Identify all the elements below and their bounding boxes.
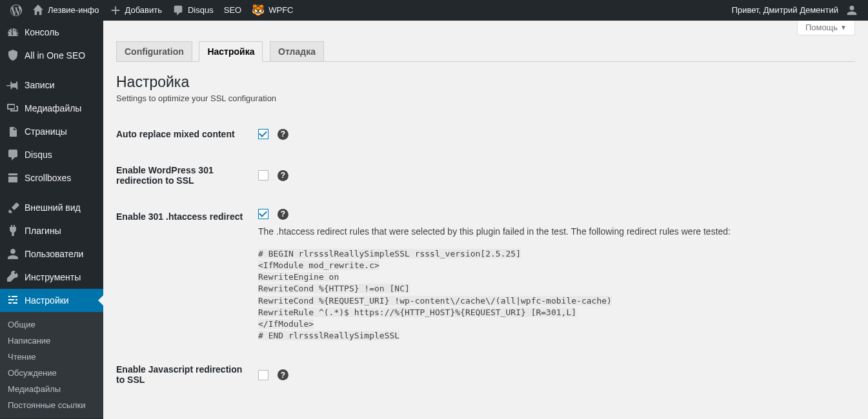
sidebar-item-disqus[interactable]: Disqus <box>0 143 103 166</box>
sidebar-item-aioseo[interactable]: All in One SEO <box>0 44 103 67</box>
sliders-icon <box>6 294 19 307</box>
comment-icon <box>6 148 19 161</box>
sidebar-item-settings[interactable]: Настройки <box>0 289 103 312</box>
box-icon <box>6 171 19 184</box>
sidebar-item-dashboard[interactable]: Консоль <box>0 21 103 44</box>
wordpress-icon <box>10 5 22 16</box>
seo-label: SEO <box>224 0 241 21</box>
seo-link[interactable]: SEO <box>219 0 247 21</box>
tab-settings[interactable]: Настройка <box>199 41 263 62</box>
auto-replace-checkbox[interactable] <box>258 129 268 139</box>
site-name-label: Лезвие-инфо <box>48 0 99 21</box>
disqus-label: Disqus <box>188 0 214 21</box>
setting-label: Enable 301 .htaccess redirect <box>116 199 252 351</box>
sidebar-item-pages[interactable]: Страницы <box>0 120 103 143</box>
submenu-permalinks[interactable]: Постоянные ссылки <box>0 397 103 413</box>
comment-icon <box>172 5 184 16</box>
wpfc-label: WPFC <box>268 0 293 21</box>
htaccess-error-text: The .htaccess redirect rules that were s… <box>258 226 849 237</box>
user-avatar-icon <box>846 5 858 16</box>
plug-icon <box>6 224 19 237</box>
setting-label: Auto replace mixed content <box>116 116 252 152</box>
shield-icon <box>6 49 19 62</box>
sidebar-item-label: Записи <box>25 80 54 90</box>
plus-icon <box>110 5 121 16</box>
site-link[interactable]: Лезвие-инфо <box>27 0 105 21</box>
add-new-label: Добавить <box>125 0 162 21</box>
sidebar-item-label: Страницы <box>25 126 67 137</box>
nav-tabs: Configuration Настройка Отладка <box>116 35 855 62</box>
help-icon[interactable]: ? <box>278 209 288 220</box>
help-label: Помощь <box>805 23 838 32</box>
sidebar-item-label: Медиафайлы <box>25 103 81 113</box>
htaccess-code-block: # BEGIN rlrssslReallySimpleSSL rsssl_ver… <box>258 248 849 342</box>
page-title: Настройка <box>116 73 855 91</box>
wpfc-icon: 🐯 <box>252 0 265 21</box>
wp-logo[interactable] <box>5 0 27 21</box>
htaccess-redirect-checkbox[interactable] <box>258 209 268 219</box>
page-icon <box>6 125 19 138</box>
sidebar-item-label: Пользователи <box>25 249 83 259</box>
setting-label: Enable Javascript redirection to SSL <box>116 351 252 398</box>
sidebar-item-posts[interactable]: Записи <box>0 73 103 97</box>
sidebar-item-appearance[interactable]: Внешний вид <box>0 196 103 219</box>
dashboard-icon <box>6 26 19 39</box>
settings-submenu: Общие Написание Чтение Обсуждение Медиаф… <box>0 312 103 418</box>
pin-icon <box>6 79 19 92</box>
content-area: Помощь ▼ Configuration Настройка Отладка… <box>103 21 868 419</box>
disqus-link[interactable]: Disqus <box>167 0 219 21</box>
sidebar-item-label: All in One SEO <box>25 50 85 61</box>
home-icon <box>32 5 44 16</box>
page-subtitle: Settings to optimize your SSL configurat… <box>116 93 855 103</box>
sidebar-item-label: Инструменты <box>25 272 81 282</box>
add-new-button[interactable]: Добавить <box>105 0 167 21</box>
wrench-icon <box>6 271 19 284</box>
brush-icon <box>6 201 19 214</box>
sidebar-item-media[interactable]: Медиафайлы <box>0 97 103 120</box>
sidebar-item-label: Настройки <box>25 295 69 306</box>
wpfc-link[interactable]: 🐯 WPFC <box>247 0 298 21</box>
help-tab-button[interactable]: Помощь ▼ <box>797 21 855 35</box>
tab-configuration[interactable]: Configuration <box>116 41 192 61</box>
admin-bar: Лезвие-инфо Добавить Disqus SEO 🐯 WPFC П… <box>0 0 868 21</box>
sidebar-item-label: Disqus <box>25 150 52 160</box>
sidebar-item-label: Консоль <box>25 27 59 37</box>
submenu-general[interactable]: Общие <box>0 317 103 333</box>
greeting-label: Привет, Дмитрий Дементий <box>732 0 838 21</box>
setting-row-js-redirect: Enable Javascript redirection to SSL ? <box>116 351 855 398</box>
settings-table: Auto replace mixed content ? Enable Word… <box>116 116 855 398</box>
setting-label: Enable WordPress 301 redirection to SSL <box>116 152 252 199</box>
sidebar-item-tools[interactable]: Инструменты <box>0 266 103 289</box>
setting-row-wp-redirect: Enable WordPress 301 redirection to SSL … <box>116 152 855 199</box>
user-icon <box>6 248 19 260</box>
sidebar-item-label: Плагины <box>25 226 61 236</box>
submenu-reading[interactable]: Чтение <box>0 349 103 365</box>
help-icon[interactable]: ? <box>278 170 288 181</box>
sidebar-item-users[interactable]: Пользователи <box>0 242 103 266</box>
chevron-down-icon: ▼ <box>840 24 847 31</box>
setting-row-htaccess-redirect: Enable 301 .htaccess redirect ? The .hta… <box>116 199 855 351</box>
user-greeting[interactable]: Привет, Дмитрий Дементий <box>727 0 863 21</box>
wp-redirect-checkbox[interactable] <box>258 170 268 180</box>
media-icon <box>6 102 19 115</box>
help-icon[interactable]: ? <box>278 369 288 380</box>
sidebar-item-plugins[interactable]: Плагины <box>0 219 103 242</box>
sidebar-item-label: Внешний вид <box>25 202 81 213</box>
sidebar-item-scrollboxes[interactable]: Scrollboxes <box>0 166 103 190</box>
tab-debug[interactable]: Отладка <box>270 41 324 61</box>
setting-row-auto-replace: Auto replace mixed content ? <box>116 116 855 152</box>
submenu-writing[interactable]: Написание <box>0 333 103 349</box>
submenu-discussion[interactable]: Обсуждение <box>0 365 103 381</box>
help-icon[interactable]: ? <box>278 129 288 140</box>
js-redirect-checkbox[interactable] <box>258 370 268 380</box>
submenu-media[interactable]: Медиафайлы <box>0 381 103 397</box>
admin-sidebar: Консоль All in One SEO Записи Медиафайлы <box>0 21 103 419</box>
sidebar-item-label: Scrollboxes <box>25 173 71 183</box>
